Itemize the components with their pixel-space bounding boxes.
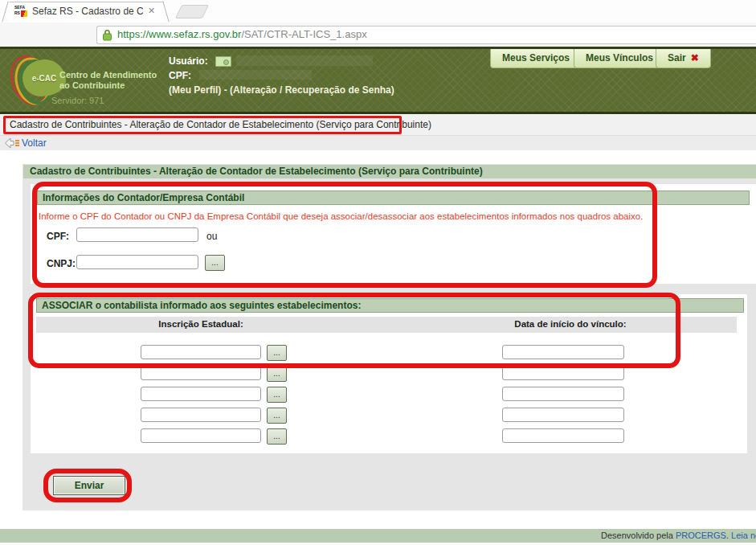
url-text: https://www.sefaz.rs.gov.br/SAT/CTR-ALT-… — [117, 28, 367, 40]
org-name: Centro de Atendimento ao Contribuinte — [59, 70, 157, 91]
inscricao-estadual-input[interactable] — [141, 408, 261, 422]
inscricao-lookup-button[interactable]: ... — [267, 345, 287, 361]
data-inicio-vinculo-input[interactable] — [502, 366, 624, 380]
inscricao-estadual-input[interactable] — [141, 428, 261, 443]
inscricao-lookup-button[interactable]: ... — [267, 387, 287, 403]
url-path-part: /SAT/CTR-ALT-ICS_1.aspx — [241, 28, 366, 40]
cnpj-lookup-button[interactable]: ... — [205, 255, 225, 271]
cpf-field-label: CPF: — [47, 231, 69, 242]
sefaz-favicon: SEFA RS — [14, 5, 27, 18]
column-header-row: Inscrição Estadual: Data de início do ví… — [36, 317, 737, 333]
footer-text: Desenvolvido pela PROCERGS. Leia noss — [601, 531, 756, 540]
sair-x-icon: ✖ — [691, 52, 699, 64]
establishment-row: ... — [31, 408, 747, 424]
cpf-header-label: CPF: — [169, 70, 191, 81]
favicon-text-line2: RS — [14, 11, 20, 15]
screen: SEFA RS Sefaz RS - Cadastro de Co ✕ ← → … — [0, 0, 756, 545]
col-header-data-inicio: Data de início do vínculo: — [434, 319, 707, 329]
leia-link[interactable]: Leia noss — [731, 531, 756, 540]
establishment-row: ... — [31, 428, 747, 445]
server-label: Servidor: 971 — [51, 96, 104, 105]
tab-close-icon[interactable]: ✕ — [148, 6, 155, 16]
data-inicio-vinculo-input[interactable] — [502, 387, 624, 401]
enviar-button[interactable]: Enviar — [53, 476, 125, 495]
voltar-back-icon — [4, 137, 21, 149]
or-label: ou — [206, 231, 217, 242]
breadcrumb: Cadastro de Contribuintes - Alteração de… — [10, 119, 431, 130]
meus-vinculos-button[interactable]: Meus Vínculos — [574, 49, 665, 68]
meus-vinculos-label: Meus Vínculos — [586, 52, 653, 64]
redacted-user-name — [236, 55, 373, 66]
page-title: Cadastro de Contribuintes - Alteração de… — [23, 165, 756, 178]
info-section-title: Informações do Contador/Empresa Contábil — [37, 191, 750, 205]
cnpj-field-label: CNPJ: — [47, 258, 76, 269]
inscricao-estadual-input[interactable] — [141, 387, 261, 401]
org-name-line2: ao Contribuinte — [59, 80, 157, 91]
establishment-row: ... — [31, 387, 747, 403]
procergs-link[interactable]: PROCERGS — [676, 531, 726, 540]
redacted-cpf-value — [199, 70, 312, 80]
favicon-flag-square — [21, 10, 27, 17]
data-inicio-vinculo-input[interactable] — [502, 408, 624, 422]
sair-label: Sair — [668, 52, 686, 64]
establishment-row: ... — [31, 345, 747, 361]
inscricao-estadual-input[interactable] — [141, 366, 261, 380]
browser-tab-bar: SEFA RS Sefaz RS - Cadastro de Co ✕ — [0, 0, 756, 23]
tab-left-edge — [2, 1, 8, 22]
associar-section-title: ASSOCIAR o contabilista informado aos se… — [36, 298, 744, 313]
establishment-row: ... — [31, 366, 747, 382]
instruction-text: Informe o CPF do Contador ou CNPJ da Emp… — [39, 211, 643, 221]
info-section: Informações do Contador/Empresa Contábil… — [31, 184, 756, 284]
sair-button[interactable]: Sair✖ — [656, 49, 711, 68]
profile-links[interactable]: (Meu Perfil) - (Alteração / Recuperação … — [169, 84, 394, 96]
new-tab-button[interactable] — [175, 5, 209, 18]
inscricao-estadual-input[interactable] — [141, 345, 261, 359]
inscricao-lookup-button[interactable]: ... — [267, 366, 287, 382]
meus-servicos-button[interactable]: Meus Serviços — [490, 49, 582, 68]
org-name-line1: Centro de Atendimento — [59, 70, 157, 80]
footer-prefix: Desenvolvido pela — [601, 531, 676, 540]
certificate-icon — [215, 56, 231, 67]
ecac-logo-label: e-CAC — [32, 74, 57, 83]
cpf-input[interactable] — [76, 227, 198, 242]
associar-section: ASSOCIAR o contabilista informado aos se… — [31, 294, 747, 453]
col-header-inscricao: Inscrição Estadual: — [68, 319, 333, 329]
voltar-bar — [0, 136, 756, 150]
padlock-icon — [102, 29, 112, 41]
tab-title: Sefaz RS - Cadastro de Co — [32, 6, 143, 17]
meus-servicos-label: Meus Serviços — [502, 52, 570, 64]
data-inicio-vinculo-input[interactable] — [502, 428, 624, 443]
inscricao-lookup-button[interactable]: ... — [267, 428, 287, 445]
cnpj-input[interactable] — [76, 255, 198, 269]
user-label: Usuário: — [169, 55, 208, 67]
voltar-link[interactable]: Voltar — [22, 137, 47, 149]
favicon-text-line1: SEFA — [14, 6, 25, 10]
inscricao-lookup-button[interactable]: ... — [267, 408, 287, 424]
url-secure-part: https://www.sefaz.rs.gov.br — [117, 28, 241, 40]
data-inicio-vinculo-input[interactable] — [502, 345, 624, 359]
